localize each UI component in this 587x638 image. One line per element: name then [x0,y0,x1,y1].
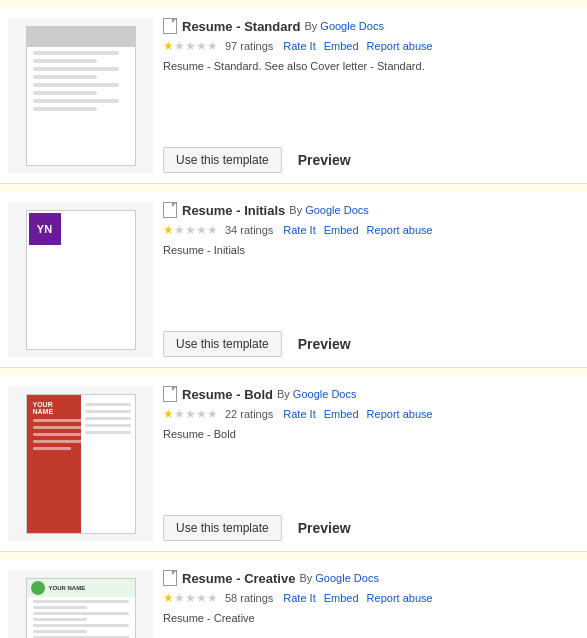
report-abuse-link-initials[interactable]: Report abuse [367,224,433,236]
template-item-bold: YOURNAME Resume - Bold By Google Docs ★★… [0,376,587,552]
preview-link-standard[interactable]: Preview [298,152,351,168]
star-rating: ★★★★★ [163,223,218,237]
report-abuse-link-standard[interactable]: Report abuse [367,40,433,52]
doc-icon-standard [163,18,177,34]
rate-it-link-standard[interactable]: Rate It [283,40,315,52]
thumbnail-area-creative: YOUR NAME [8,570,153,638]
description-bold: Resume - Bold [163,428,579,440]
description-initials: Resume - Initials [163,244,579,256]
info-area-creative: Resume - Creative By Google Docs ★★★★★ 5… [163,570,579,638]
title-row-standard: Resume - Standard By Google Docs [163,18,579,34]
template-title-creative: Resume - Creative [182,571,295,586]
bottom-buttons-initials: Use this template Preview [163,331,579,357]
rating-row-bold: ★★★★★ 22 ratings Rate It Embed Report ab… [163,407,579,421]
bottom-buttons-bold: Use this template Preview [163,515,579,541]
doc-icon-bold [163,386,177,402]
author-link-standard[interactable]: Google Docs [320,20,384,32]
embed-link-initials[interactable]: Embed [324,224,359,236]
embed-link-creative[interactable]: Embed [324,592,359,604]
ratings-count-bold: 22 ratings [225,408,273,420]
preview-link-bold[interactable]: Preview [298,520,351,536]
use-template-btn-initials[interactable]: Use this template [163,331,282,357]
description-creative: Resume - Creative [163,612,579,624]
info-area-standard: Resume - Standard By Google Docs ★★★★★ 9… [163,18,579,173]
title-row-bold: Resume - Bold By Google Docs [163,386,579,402]
description-standard: Resume - Standard. See also Cover letter… [163,60,579,72]
embed-link-bold[interactable]: Embed [324,408,359,420]
title-row-initials: Resume - Initials By Google Docs [163,202,579,218]
use-template-btn-bold[interactable]: Use this template [163,515,282,541]
bottom-buttons-standard: Use this template Preview [163,147,579,173]
ratings-count-creative: 58 ratings [225,592,273,604]
author-link-initials[interactable]: Google Docs [305,204,369,216]
thumbnail-initials: YN [26,210,136,350]
rating-row-standard: ★★★★★ 97 ratings Rate It Embed Report ab… [163,39,579,53]
by-label-initials: By [289,204,302,216]
star-rating: ★★★★★ [163,591,218,605]
preview-link-initials[interactable]: Preview [298,336,351,352]
title-row-creative: Resume - Creative By Google Docs [163,570,579,586]
star-rating: ★★★★★ [163,407,218,421]
doc-icon-creative [163,570,177,586]
template-title-bold: Resume - Bold [182,387,273,402]
info-area-initials: Resume - Initials By Google Docs ★★★★★ 3… [163,202,579,357]
template-list: Resume - Standard By Google Docs ★★★★★ 9… [0,0,587,638]
template-title-standard: Resume - Standard [182,19,300,34]
thumbnail-area-bold: YOURNAME [8,386,153,541]
thumbnail-area-initials: YN [8,202,153,357]
thumbnail-creative: YOUR NAME [26,578,136,639]
thumbnail-bold: YOURNAME [26,394,136,534]
rate-it-link-bold[interactable]: Rate It [283,408,315,420]
template-item-initials: YN Resume - Initials By Google Docs ★★★★… [0,192,587,368]
doc-icon-initials [163,202,177,218]
thumbnail-area-standard [8,18,153,173]
info-area-bold: Resume - Bold By Google Docs ★★★★★ 22 ra… [163,386,579,541]
embed-link-standard[interactable]: Embed [324,40,359,52]
rating-row-creative: ★★★★★ 58 ratings Rate It Embed Report ab… [163,591,579,605]
by-label-standard: By [304,20,317,32]
report-abuse-link-bold[interactable]: Report abuse [367,408,433,420]
ratings-count-initials: 34 ratings [225,224,273,236]
template-item-standard: Resume - Standard By Google Docs ★★★★★ 9… [0,8,587,184]
rating-row-initials: ★★★★★ 34 ratings Rate It Embed Report ab… [163,223,579,237]
use-template-btn-standard[interactable]: Use this template [163,147,282,173]
rate-it-link-creative[interactable]: Rate It [283,592,315,604]
template-item-creative: YOUR NAME Resume - Creative By Google Do… [0,560,587,638]
by-label-bold: By [277,388,290,400]
template-title-initials: Resume - Initials [182,203,285,218]
yn-badge: YN [29,213,61,245]
author-link-bold[interactable]: Google Docs [293,388,357,400]
author-link-creative[interactable]: Google Docs [315,572,379,584]
star-rating: ★★★★★ [163,39,218,53]
rate-it-link-initials[interactable]: Rate It [283,224,315,236]
thumbnail-standard [26,26,136,166]
by-label-creative: By [299,572,312,584]
report-abuse-link-creative[interactable]: Report abuse [367,592,433,604]
ratings-count-standard: 97 ratings [225,40,273,52]
